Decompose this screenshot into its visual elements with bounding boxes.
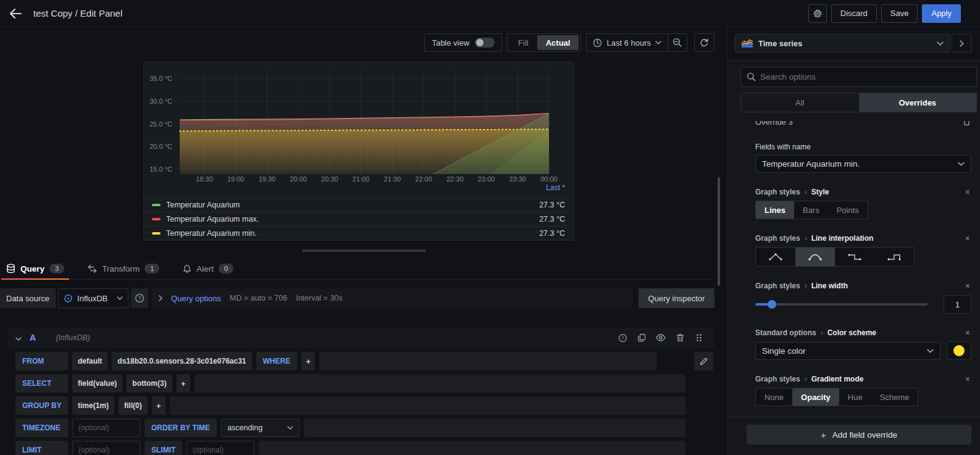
function-segment[interactable]: bottom(3) xyxy=(127,374,172,393)
interpolation-step-after-button[interactable] xyxy=(874,248,914,266)
zoom-out-button[interactable] xyxy=(668,34,687,51)
interpolation-step-before-button[interactable] xyxy=(835,248,874,266)
where-keyword[interactable]: WHERE xyxy=(256,352,298,370)
x-axis-label: 21:30 xyxy=(384,175,401,183)
line-width-slider[interactable] xyxy=(755,295,928,314)
edit-pane-tabs: Query 3 Transform 1 Alert 0 xyxy=(0,258,714,280)
x-axis-label: 19:00 xyxy=(227,175,245,183)
visualization-picker[interactable]: Time series xyxy=(735,34,950,52)
field-matcher-select[interactable]: Temperatur Aquarium min. xyxy=(755,155,971,173)
time-range-picker[interactable]: Last 6 hours xyxy=(587,34,668,51)
options-search-input[interactable] xyxy=(760,72,971,81)
order-by-time-keyword[interactable]: ORDER BY TIME xyxy=(144,419,217,437)
select-keyword[interactable]: SELECT xyxy=(15,374,68,393)
slimit-input[interactable] xyxy=(186,441,254,455)
add-where-condition-button[interactable]: + xyxy=(301,352,315,370)
delete-query-button[interactable] xyxy=(674,332,685,343)
collapse-options-pane-button[interactable] xyxy=(952,34,971,52)
options-tab-overrides[interactable]: Overrides xyxy=(859,93,977,112)
drag-handle[interactable] xyxy=(693,332,705,343)
query-row-header[interactable]: A (InfluxDB) ? xyxy=(7,327,714,348)
tab-query[interactable]: Query 3 xyxy=(0,258,70,280)
series-name[interactable]: Temperatur Aquarium min. xyxy=(166,229,257,238)
legend-row[interactable]: Temperatur Aquarium min.27.3 °C xyxy=(144,226,574,240)
color-scheme-select[interactable]: Single color xyxy=(755,342,940,360)
series-name[interactable]: Temperatur Aquarium max. xyxy=(166,215,259,223)
apply-button[interactable]: Apply xyxy=(922,4,961,23)
remove-line-width-button[interactable]: × xyxy=(964,282,971,290)
datasource-help-button[interactable]: ? xyxy=(131,288,148,308)
plus-icon: + xyxy=(821,430,826,440)
x-axis-label: 23:00 xyxy=(478,175,495,183)
save-button[interactable]: Save xyxy=(881,4,918,23)
add-group-by-button[interactable]: + xyxy=(152,396,165,415)
panel-resize-handle[interactable] xyxy=(302,249,426,252)
panel-settings-button[interactable] xyxy=(808,4,827,23)
datasource-picker[interactable]: InfluxDB xyxy=(58,288,128,308)
tab-transform[interactable]: Transform 1 xyxy=(82,258,165,280)
collapse-chevron-icon[interactable] xyxy=(12,332,25,343)
tab-alert[interactable]: Alert 0 xyxy=(177,258,240,280)
slider-thumb[interactable] xyxy=(768,300,776,309)
group-by-time-segment[interactable]: time(1m) xyxy=(72,396,114,415)
pane-divider xyxy=(727,417,980,417)
refresh-button[interactable] xyxy=(694,33,714,52)
limit-input[interactable] xyxy=(72,441,140,455)
interval-value: Interval = 30s xyxy=(296,294,342,303)
remove-style-override-button[interactable]: × xyxy=(964,188,971,196)
color-swatch-button[interactable] xyxy=(947,341,971,360)
x-axis-label: 19:30 xyxy=(259,175,276,183)
query-help-button[interactable]: ? xyxy=(617,332,628,343)
field-segment[interactable]: field(value) xyxy=(72,374,122,393)
table-view-toggle[interactable] xyxy=(475,38,495,48)
from-keyword[interactable]: FROM xyxy=(15,352,68,370)
fill-segment[interactable]: fill(0) xyxy=(119,396,148,415)
series-name[interactable]: Temperatur Aquarium xyxy=(166,201,240,209)
delete-override-button[interactable] xyxy=(961,121,971,127)
hide-query-button[interactable] xyxy=(655,332,666,343)
style-bars-button[interactable]: Bars xyxy=(794,201,828,219)
timeseries-chart[interactable]: 35.0 °C30.0 °C25.0 °C20.0 °C15.0 °C18:30… xyxy=(144,62,574,183)
gradient-opacity-button[interactable]: Opacity xyxy=(792,388,839,406)
gradient-none-button[interactable]: None xyxy=(756,388,792,406)
options-tab-all[interactable]: All xyxy=(741,93,859,112)
discard-button[interactable]: Discard xyxy=(831,4,877,23)
interpolation-linear-button[interactable] xyxy=(756,248,795,266)
remove-color-scheme-button[interactable]: × xyxy=(964,328,971,337)
edit-raw-query-button[interactable] xyxy=(694,352,713,370)
remove-gradient-mode-button[interactable]: × xyxy=(964,375,971,383)
duplicate-query-button[interactable] xyxy=(636,332,647,343)
back-button[interactable] xyxy=(6,4,25,23)
legend-row[interactable]: Temperatur Aquarium27.3 °C xyxy=(144,198,574,212)
max-data-points-value: MD = auto = 706 xyxy=(230,294,287,303)
query-options-bar[interactable]: Query options MD = auto = 706 Interval =… xyxy=(151,288,633,308)
main-scrollbar[interactable] xyxy=(718,177,720,286)
remove-line-interpolation-button[interactable]: × xyxy=(964,234,971,243)
interpolation-smooth-button[interactable] xyxy=(795,248,835,266)
legend-row[interactable]: Temperatur Aquarium max.27.3 °C xyxy=(144,212,574,226)
slimit-keyword[interactable]: SLIMIT xyxy=(144,441,182,455)
timezone-input[interactable] xyxy=(72,419,140,437)
add-select-part-button[interactable]: + xyxy=(177,374,190,393)
gradient-scheme-button[interactable]: Scheme xyxy=(871,388,918,406)
y-axis-label: 20.0 °C xyxy=(149,143,172,150)
limit-keyword[interactable]: LIMIT xyxy=(15,441,68,455)
measurement-segment[interactable]: ds18b20.0.sensors.28-3c01e076ac31 xyxy=(112,352,251,370)
query-inspector-button[interactable]: Query inspector xyxy=(639,288,714,308)
gradient-hue-button[interactable]: Hue xyxy=(839,388,871,406)
order-by-select[interactable]: ascending xyxy=(221,419,299,437)
actual-button[interactable]: Actual xyxy=(537,35,579,50)
time-range-label: Last 6 hours xyxy=(606,38,651,48)
fill-button[interactable]: Fill xyxy=(509,35,537,50)
chevron-down-icon xyxy=(287,426,293,430)
style-lines-button[interactable]: Lines xyxy=(756,201,794,219)
add-field-override-button[interactable]: + Add field override xyxy=(747,425,971,445)
style-points-button[interactable]: Points xyxy=(828,201,868,219)
breadcrumb-separator: › xyxy=(805,188,807,196)
timezone-keyword[interactable]: TIMEZONE xyxy=(15,419,68,437)
line-width-value[interactable]: 1 xyxy=(944,295,971,314)
legend-header-last[interactable]: Last * xyxy=(546,183,565,197)
trash-icon xyxy=(676,333,684,342)
retention-policy-segment[interactable]: default xyxy=(72,352,107,370)
group-by-keyword[interactable]: GROUP BY xyxy=(15,396,68,415)
